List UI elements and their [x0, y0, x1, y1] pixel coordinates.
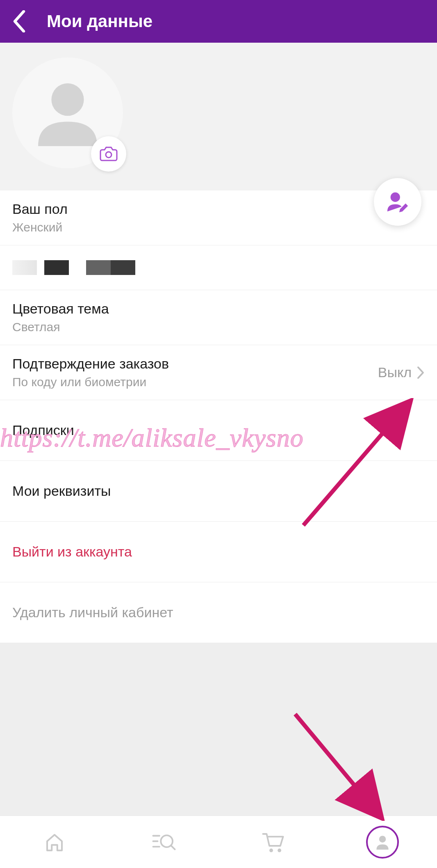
gender-value: Женский	[12, 220, 68, 234]
nav-search[interactable]	[148, 826, 180, 859]
row-order-confirmation[interactable]: Подтверждение заказов По коду или биомет…	[0, 345, 437, 400]
svg-point-0	[51, 83, 84, 116]
requisites-label: Мои реквизиты	[12, 483, 111, 499]
person-icon	[31, 76, 105, 150]
row-gender[interactable]: Ваш пол Женский	[0, 190, 437, 245]
theme-value: Светлая	[12, 320, 109, 334]
nav-profile[interactable]	[366, 826, 399, 859]
svg-point-1	[106, 152, 112, 158]
profile-icon	[373, 833, 391, 851]
subscriptions-label: Подписки	[12, 422, 74, 438]
cart-icon	[261, 831, 285, 853]
svg-point-11	[278, 848, 281, 852]
redacted-block	[111, 260, 135, 275]
chevron-left-icon	[12, 10, 26, 32]
search-list-icon	[151, 831, 177, 853]
logout-label: Выйти из аккаунта	[12, 544, 132, 560]
confirm-sub: По коду или биометрии	[12, 375, 169, 389]
camera-icon	[100, 146, 118, 162]
gender-label: Ваш пол	[12, 201, 68, 217]
annotation-arrow	[287, 706, 389, 821]
nav-home[interactable]	[38, 826, 71, 859]
row-delete-account[interactable]: Удалить личный кабинет	[0, 582, 437, 643]
svg-point-2	[391, 192, 400, 202]
delete-label: Удалить личный кабинет	[12, 605, 173, 621]
svg-line-9	[171, 845, 175, 849]
edit-person-icon	[386, 190, 410, 214]
redacted-block	[86, 260, 111, 275]
confirm-state: Выкл	[378, 364, 412, 380]
avatar-wrap	[12, 57, 123, 168]
svg-point-12	[379, 836, 386, 843]
row-requisites[interactable]: Мои реквизиты	[0, 461, 437, 522]
row-subscriptions[interactable]: Подписки	[0, 400, 437, 461]
profile-section	[0, 43, 437, 190]
svg-point-10	[269, 848, 273, 852]
settings-list: Ваш пол Женский Цветовая тема Светлая По…	[0, 190, 437, 643]
row-theme[interactable]: Цветовая тема Светлая	[0, 290, 437, 345]
back-button[interactable]	[12, 10, 26, 32]
home-icon	[43, 831, 66, 853]
theme-label: Цветовая тема	[12, 301, 109, 317]
confirm-label: Подтверждение заказов	[12, 356, 169, 372]
page-title: Мои данные	[47, 11, 152, 31]
chevron-right-icon	[417, 366, 425, 380]
redacted-block	[12, 260, 37, 275]
app-header: Мои данные	[0, 0, 437, 43]
redacted-block	[44, 260, 69, 275]
change-photo-button[interactable]	[91, 136, 126, 172]
nav-cart[interactable]	[257, 826, 289, 859]
bottom-nav	[0, 815, 437, 868]
svg-line-4	[295, 714, 377, 813]
row-logout[interactable]: Выйти из аккаунта	[0, 522, 437, 582]
row-redacted	[0, 245, 437, 290]
edit-profile-button[interactable]	[374, 178, 421, 226]
